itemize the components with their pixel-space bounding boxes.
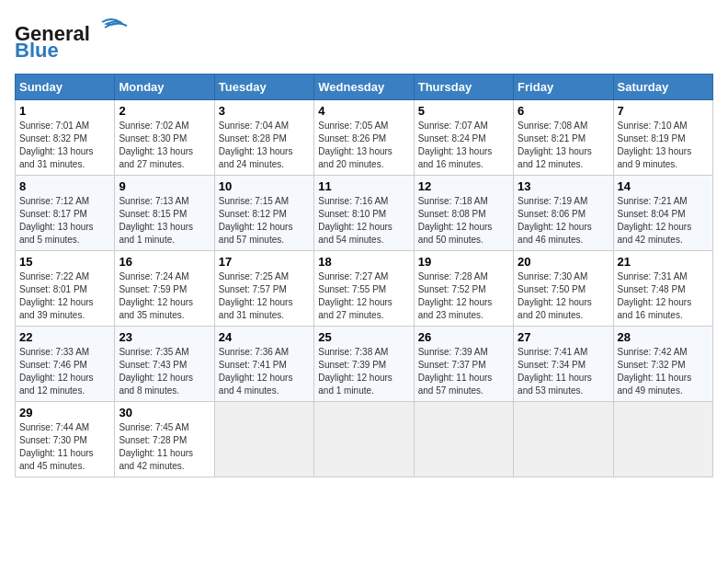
day-number: 6 (518, 104, 609, 118)
day-number: 16 (119, 255, 210, 269)
day-info: Sunrise: 7:33 AM Sunset: 7:46 PM Dayligh… (19, 346, 110, 397)
day-info: Sunrise: 7:21 AM Sunset: 8:04 PM Dayligh… (618, 195, 709, 247)
week-row-3: 15Sunrise: 7:22 AM Sunset: 8:01 PM Dayli… (16, 251, 713, 327)
day-number: 21 (618, 255, 709, 269)
day-info: Sunrise: 7:02 AM Sunset: 8:30 PM Dayligh… (119, 120, 210, 171)
day-info: Sunrise: 7:27 AM Sunset: 7:55 PM Dayligh… (318, 270, 409, 322)
day-number: 27 (518, 330, 609, 344)
day-info: Sunrise: 7:12 AM Sunset: 8:17 PM Dayligh… (19, 195, 110, 247)
day-info: Sunrise: 7:10 AM Sunset: 8:19 PM Dayligh… (618, 120, 709, 171)
day-info: Sunrise: 7:01 AM Sunset: 8:32 PM Dayligh… (19, 120, 110, 171)
calendar-cell: 14Sunrise: 7:21 AM Sunset: 8:04 PM Dayli… (613, 176, 712, 251)
day-number: 28 (618, 330, 709, 344)
calendar-cell: 16Sunrise: 7:24 AM Sunset: 7:59 PM Dayli… (115, 251, 214, 327)
calendar-cell: 18Sunrise: 7:27 AM Sunset: 7:55 PM Dayli… (314, 251, 414, 327)
day-number: 7 (618, 104, 709, 118)
day-info: Sunrise: 7:44 AM Sunset: 7:30 PM Dayligh… (19, 421, 110, 473)
calendar-cell: 5Sunrise: 7:07 AM Sunset: 8:24 PM Daylig… (414, 100, 513, 176)
calendar-cell: 20Sunrise: 7:30 AM Sunset: 7:50 PM Dayli… (514, 251, 613, 327)
day-info: Sunrise: 7:39 AM Sunset: 7:37 PM Dayligh… (418, 346, 509, 397)
weekday-header-row: SundayMondayTuesdayWednesdayThursdayFrid… (16, 75, 713, 100)
calendar-cell: 9Sunrise: 7:13 AM Sunset: 8:15 PM Daylig… (115, 176, 214, 251)
day-number: 19 (418, 255, 509, 269)
day-number: 18 (318, 255, 409, 269)
calendar-cell: 19Sunrise: 7:28 AM Sunset: 7:52 PM Dayli… (414, 251, 513, 327)
day-info: Sunrise: 7:35 AM Sunset: 7:43 PM Dayligh… (119, 346, 210, 397)
day-info: Sunrise: 7:25 AM Sunset: 7:57 PM Dayligh… (219, 270, 310, 322)
calendar-cell: 3Sunrise: 7:04 AM Sunset: 8:28 PM Daylig… (214, 100, 313, 176)
day-info: Sunrise: 7:18 AM Sunset: 8:08 PM Dayligh… (418, 195, 509, 247)
day-number: 15 (19, 255, 110, 269)
day-number: 26 (418, 330, 509, 344)
calendar-cell: 12Sunrise: 7:18 AM Sunset: 8:08 PM Dayli… (414, 176, 513, 251)
day-number: 1 (19, 104, 110, 118)
weekday-header-thursday: Thursday (414, 75, 513, 100)
day-info: Sunrise: 7:13 AM Sunset: 8:15 PM Dayligh… (119, 195, 210, 247)
calendar-cell: 13Sunrise: 7:19 AM Sunset: 8:06 PM Dayli… (514, 176, 613, 251)
day-number: 10 (219, 179, 310, 193)
calendar-table: SundayMondayTuesdayWednesdayThursdayFrid… (15, 74, 713, 477)
day-number: 25 (318, 330, 409, 344)
calendar-cell (414, 402, 513, 477)
day-number: 23 (119, 330, 210, 344)
day-info: Sunrise: 7:28 AM Sunset: 7:52 PM Dayligh… (418, 270, 509, 322)
week-row-2: 8Sunrise: 7:12 AM Sunset: 8:17 PM Daylig… (16, 176, 713, 251)
calendar-cell: 26Sunrise: 7:39 AM Sunset: 7:37 PM Dayli… (414, 327, 513, 402)
day-info: Sunrise: 7:31 AM Sunset: 7:48 PM Dayligh… (618, 270, 709, 322)
weekday-header-sunday: Sunday (16, 75, 115, 100)
day-info: Sunrise: 7:41 AM Sunset: 7:34 PM Dayligh… (518, 346, 609, 397)
day-number: 8 (19, 179, 110, 193)
day-number: 14 (618, 179, 709, 193)
day-info: Sunrise: 7:15 AM Sunset: 8:12 PM Dayligh… (219, 195, 310, 247)
day-info: Sunrise: 7:30 AM Sunset: 7:50 PM Dayligh… (518, 270, 609, 322)
day-number: 11 (318, 179, 409, 193)
calendar-cell: 27Sunrise: 7:41 AM Sunset: 7:34 PM Dayli… (514, 327, 613, 402)
calendar-cell: 6Sunrise: 7:08 AM Sunset: 8:21 PM Daylig… (514, 100, 613, 176)
weekday-header-tuesday: Tuesday (214, 75, 313, 100)
day-info: Sunrise: 7:24 AM Sunset: 7:59 PM Dayligh… (119, 270, 210, 322)
day-info: Sunrise: 7:08 AM Sunset: 8:21 PM Dayligh… (518, 120, 609, 171)
week-row-4: 22Sunrise: 7:33 AM Sunset: 7:46 PM Dayli… (16, 327, 713, 402)
day-number: 17 (219, 255, 310, 269)
weekday-header-monday: Monday (115, 75, 214, 100)
svg-text:Blue: Blue (15, 39, 59, 61)
calendar-cell (214, 402, 313, 477)
day-info: Sunrise: 7:36 AM Sunset: 7:41 PM Dayligh… (219, 346, 310, 397)
weekday-header-saturday: Saturday (613, 75, 712, 100)
calendar-cell: 29Sunrise: 7:44 AM Sunset: 7:30 PM Dayli… (16, 402, 115, 477)
day-info: Sunrise: 7:16 AM Sunset: 8:10 PM Dayligh… (318, 195, 409, 247)
page-header: General Blue (15, 15, 713, 64)
day-info: Sunrise: 7:04 AM Sunset: 8:28 PM Dayligh… (219, 120, 310, 171)
calendar-cell: 8Sunrise: 7:12 AM Sunset: 8:17 PM Daylig… (16, 176, 115, 251)
day-number: 4 (318, 104, 409, 118)
calendar-cell (613, 402, 712, 477)
calendar-cell: 4Sunrise: 7:05 AM Sunset: 8:26 PM Daylig… (314, 100, 414, 176)
calendar-cell: 24Sunrise: 7:36 AM Sunset: 7:41 PM Dayli… (214, 327, 313, 402)
day-number: 13 (518, 179, 609, 193)
calendar-cell: 21Sunrise: 7:31 AM Sunset: 7:48 PM Dayli… (613, 251, 712, 327)
day-number: 5 (418, 104, 509, 118)
calendar-cell: 30Sunrise: 7:45 AM Sunset: 7:28 PM Dayli… (115, 402, 214, 477)
calendar-cell: 28Sunrise: 7:42 AM Sunset: 7:32 PM Dayli… (613, 327, 712, 402)
calendar-cell (514, 402, 613, 477)
calendar-cell: 15Sunrise: 7:22 AM Sunset: 8:01 PM Dayli… (16, 251, 115, 327)
calendar-cell: 1Sunrise: 7:01 AM Sunset: 8:32 PM Daylig… (16, 100, 115, 176)
day-number: 20 (518, 255, 609, 269)
day-number: 29 (19, 406, 110, 419)
day-number: 24 (219, 330, 310, 344)
day-info: Sunrise: 7:19 AM Sunset: 8:06 PM Dayligh… (518, 195, 609, 247)
day-number: 22 (19, 330, 110, 344)
day-info: Sunrise: 7:42 AM Sunset: 7:32 PM Dayligh… (618, 346, 709, 397)
calendar-cell (314, 402, 414, 477)
calendar-cell: 25Sunrise: 7:38 AM Sunset: 7:39 PM Dayli… (314, 327, 414, 402)
day-number: 9 (119, 179, 210, 193)
calendar-cell: 10Sunrise: 7:15 AM Sunset: 8:12 PM Dayli… (214, 176, 313, 251)
day-info: Sunrise: 7:07 AM Sunset: 8:24 PM Dayligh… (418, 120, 509, 171)
calendar-cell: 22Sunrise: 7:33 AM Sunset: 7:46 PM Dayli… (16, 327, 115, 402)
day-info: Sunrise: 7:05 AM Sunset: 8:26 PM Dayligh… (318, 120, 409, 171)
logo: General Blue (15, 15, 134, 64)
calendar-cell: 2Sunrise: 7:02 AM Sunset: 8:30 PM Daylig… (115, 100, 214, 176)
day-number: 3 (219, 104, 310, 118)
weekday-header-wednesday: Wednesday (314, 75, 414, 100)
week-row-5: 29Sunrise: 7:44 AM Sunset: 7:30 PM Dayli… (16, 402, 713, 477)
